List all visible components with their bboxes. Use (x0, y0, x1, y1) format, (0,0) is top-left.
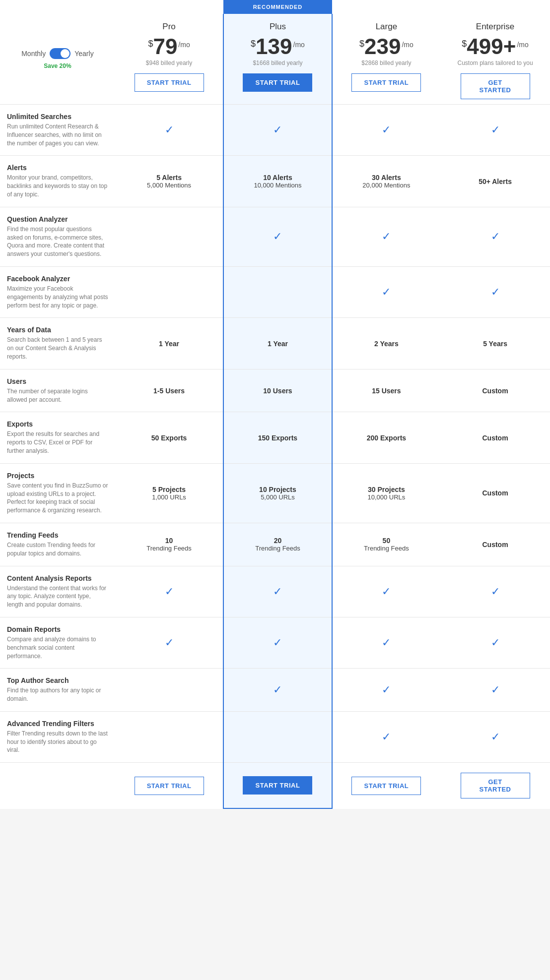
value-line-0: 10 Projects (228, 486, 327, 493)
feature-name-projects: Projects (7, 472, 108, 480)
value-text: 1-5 Users (153, 387, 185, 395)
feature-years-of-data: Years of DataSearch back between 1 and 5… (0, 318, 115, 369)
feature-name-users: Users (7, 377, 108, 385)
feature-facebook-analyzer: Facebook AnalyzerMaximize your Facebook … (0, 266, 115, 317)
value-text: 10 Users (263, 387, 292, 395)
feature-content-analysis-large-value: ✓ (332, 566, 440, 617)
value-line-1: 5,000 URLs (228, 493, 327, 501)
enterprise-dollar-sign: $ (462, 39, 467, 49)
enterprise-price-mo: /mo (517, 41, 528, 49)
check-icon: ✓ (165, 636, 174, 649)
large-plan-header: Large $ 239 /mo $2868 billed yearly STAR… (332, 14, 440, 105)
feature-alerts-plus-value: 10 Alerts10,000 Mentions (223, 156, 332, 207)
plus-start-trial-top[interactable]: START TRIAL (243, 73, 312, 92)
enterprise-get-started-bottom[interactable]: GET STARTED (461, 773, 530, 798)
large-price-row: $ 239 /mo (338, 36, 435, 58)
feature-years-of-data-enterprise-value: 5 Years (440, 318, 550, 369)
feature-projects: ProjectsSave content you find in BuzzSum… (0, 463, 115, 523)
check-icon: ✓ (273, 123, 282, 136)
value-line-0: 30 Projects (337, 486, 436, 493)
feature-desc-content-analysis: Understand the content that works for an… (7, 584, 108, 609)
check-icon: ✓ (491, 230, 500, 243)
value-text: 15 Users (372, 387, 401, 395)
pro-start-trial-top[interactable]: START TRIAL (135, 73, 204, 92)
enterprise-get-started-bottom-cell: GET STARTED (440, 763, 550, 809)
feature-alerts: AlertsMonitor your brand, competitors, b… (0, 156, 115, 207)
check-icon: ✓ (273, 683, 282, 696)
feature-question-analyzer-pro-value (115, 207, 223, 266)
value-text: 2 Years (374, 340, 399, 348)
check-icon: ✓ (491, 636, 500, 649)
feature-domain-reports-pro-value: ✓ (115, 617, 223, 668)
check-icon: ✓ (382, 286, 391, 298)
pro-price-row: $ 79 /mo (120, 36, 218, 58)
feature-exports-enterprise-value: Custom (440, 412, 550, 463)
feature-projects-pro-value: 5 Projects1,000 URLs (115, 463, 223, 523)
large-price-amount: 239 (364, 36, 401, 58)
value-line-1: 1,000 URLs (119, 493, 219, 501)
feature-desc-users: The number of separate logins allowed pe… (7, 387, 108, 404)
feature-advanced-trending-enterprise-value: ✓ (440, 711, 550, 762)
plus-price-billed: $1668 billed yearly (229, 60, 326, 66)
feature-top-author-large-value: ✓ (332, 669, 440, 712)
feature-desc-domain-reports: Compare and analyze domains to benchmark… (7, 635, 108, 660)
feature-trending-feeds: Trending FeedsCreate custom Trending fee… (0, 523, 115, 566)
check-icon: ✓ (382, 230, 391, 243)
feature-years-of-data-plus-value: 1 Year (223, 318, 332, 369)
value-text: 1 Year (159, 340, 179, 348)
pro-price-mo: /mo (178, 41, 190, 49)
feature-domain-reports-enterprise-value: ✓ (440, 617, 550, 668)
feature-top-author: Top Author SearchFind the top authors fo… (0, 669, 115, 712)
feature-desc-alerts: Monitor your brand, competitors, backlin… (7, 174, 108, 198)
monthly-label: Monthly (21, 50, 46, 58)
feature-years-of-data-pro-value: 1 Year (115, 318, 223, 369)
plus-start-trial-bottom[interactable]: START TRIAL (243, 776, 312, 795)
footer-feature-col (0, 763, 115, 809)
feature-unlimited-searches-enterprise-value: ✓ (440, 105, 550, 156)
value-line-1: 10,000 Mentions (228, 182, 327, 189)
feature-domain-reports: Domain ReportsCompare and analyze domain… (0, 617, 115, 668)
feature-advanced-trending-large-value: ✓ (332, 711, 440, 762)
feature-name-facebook-analyzer: Facebook Analyzer (7, 275, 108, 283)
check-icon: ✓ (491, 123, 500, 136)
large-recommended-spacer (332, 0, 440, 14)
enterprise-price-billed: Custom plans tailored to you (445, 60, 545, 66)
feature-trending-feeds-pro-value: 10Trending Feeds (115, 523, 223, 566)
value-line-0: 10 (119, 537, 219, 545)
value-line-1: Trending Feeds (119, 545, 219, 552)
feature-name-years-of-data: Years of Data (7, 326, 108, 334)
feature-users-plus-value: 10 Users (223, 369, 332, 412)
pro-start-trial-bottom[interactable]: START TRIAL (135, 777, 204, 795)
feature-facebook-analyzer-large-value: ✓ (332, 266, 440, 317)
large-start-trial-bottom[interactable]: START TRIAL (351, 777, 421, 795)
feature-desc-top-author: Find the top authors for any topic or do… (7, 686, 108, 703)
large-start-trial-top[interactable]: START TRIAL (351, 73, 421, 92)
feature-alerts-enterprise-value: 50+ Alerts (440, 156, 550, 207)
check-icon: ✓ (273, 636, 282, 649)
feature-name-domain-reports: Domain Reports (7, 625, 108, 633)
plus-price-amount: 139 (256, 36, 292, 58)
enterprise-plan-name: Enterprise (445, 22, 545, 32)
save-badge: Save 20% (44, 62, 71, 69)
feature-alerts-large-value: 30 Alerts20,000 Mentions (332, 156, 440, 207)
billing-toggle-cell: Monthly Yearly Save 20% (0, 14, 115, 105)
value-line-0: 10 Alerts (228, 174, 327, 182)
pro-price-billed: $948 billed yearly (120, 60, 218, 66)
feature-trending-feeds-large-value: 50Trending Feeds (332, 523, 440, 566)
check-icon: ✓ (273, 230, 282, 243)
feature-facebook-analyzer-enterprise-value: ✓ (440, 266, 550, 317)
enterprise-get-started-top[interactable]: GET STARTED (461, 73, 530, 99)
enterprise-price-row: $ 499+ /mo (445, 36, 545, 58)
check-icon: ✓ (382, 683, 391, 696)
feature-desc-unlimited-searches: Run unlimited Content Research & Influen… (7, 122, 108, 147)
billing-toggle[interactable] (50, 48, 70, 59)
toggle-knob (61, 49, 69, 58)
feature-facebook-analyzer-plus-value (223, 266, 332, 317)
value-line-1: 5,000 Mentions (119, 182, 219, 189)
pro-recommended-spacer (115, 0, 223, 14)
check-icon: ✓ (491, 286, 500, 298)
feature-name-unlimited-searches: Unlimited Searches (7, 113, 108, 121)
plus-plan-name: Plus (229, 22, 326, 32)
feature-domain-reports-large-value: ✓ (332, 617, 440, 668)
feature-users-large-value: 15 Users (332, 369, 440, 412)
